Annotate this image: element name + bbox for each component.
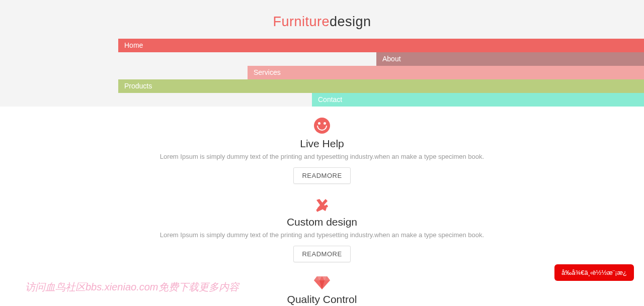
readmore-button[interactable]: READMORE: [293, 167, 350, 184]
nav-home[interactable]: Home: [118, 39, 644, 52]
feature-live-help: Live Help Lorem Ipsum is simply dummy te…: [0, 118, 644, 198]
features-section: Live Help Lorem Ipsum is simply dummy te…: [0, 107, 644, 306]
nav-contact[interactable]: Contact: [312, 93, 644, 107]
readmore-button[interactable]: READMORE: [293, 246, 350, 262]
nav-services[interactable]: Services: [248, 66, 644, 79]
feature-custom-design: Custom design Lorem Ipsum is simply dumm…: [0, 198, 644, 276]
download-button[interactable]: å‰å¾€ä¸‹è½½æ¨¡æ¿: [554, 264, 634, 281]
pencil-ruler-icon: [0, 198, 644, 212]
nav-about[interactable]: About: [376, 52, 644, 66]
nav-container: Home About Services Products Contact: [118, 39, 644, 107]
header: Furnituredesign Home About Services Prod…: [0, 0, 644, 107]
nav-products[interactable]: Products: [118, 79, 644, 93]
feature-title: Live Help: [0, 138, 644, 150]
feature-quality-control: Quality Control Lorem Ipsum is simply du…: [0, 276, 644, 306]
diamond-icon: [0, 276, 644, 289]
smiley-icon: [0, 118, 644, 134]
logo-container: Furnituredesign: [0, 10, 644, 39]
logo[interactable]: Furnituredesign: [273, 14, 371, 29]
feature-title: Custom design: [0, 216, 644, 228]
feature-description: Lorem Ipsum is simply dummy text of the …: [0, 153, 644, 160]
logo-second-word: design: [330, 14, 371, 29]
feature-description: Lorem Ipsum is simply dummy text of the …: [0, 231, 644, 239]
feature-title: Quality Control: [0, 293, 644, 305]
logo-first-word: Furniture: [273, 14, 330, 29]
